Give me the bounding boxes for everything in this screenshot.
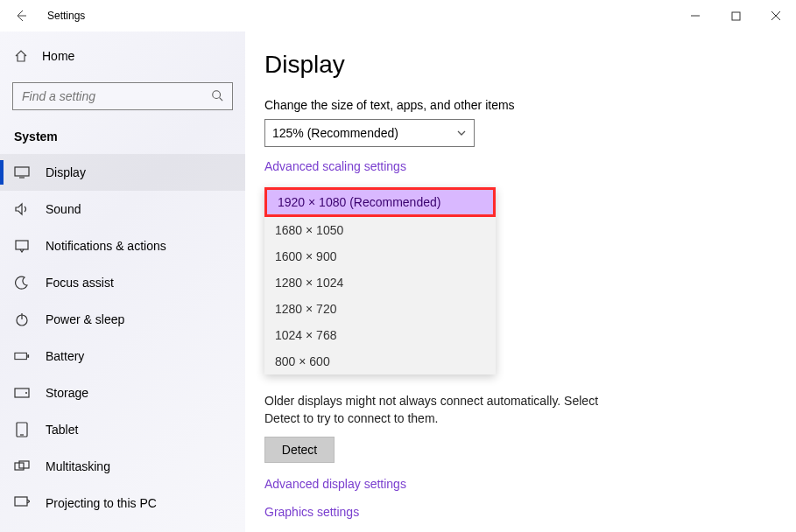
resolution-dropdown[interactable]: 1920 × 1080 (Recommended) 1680 × 1050 16… [264, 187, 496, 374]
sidebar-item-power-sleep[interactable]: Power & sleep [0, 301, 245, 338]
sidebar-item-label: Power & sleep [46, 312, 124, 326]
back-button[interactable] [0, 0, 42, 32]
sidebar-item-label: Focus assist [46, 276, 114, 290]
display-icon [14, 164, 30, 180]
arrow-left-icon [14, 9, 28, 23]
close-icon [771, 10, 781, 21]
sidebar-item-label: Battery [46, 349, 84, 363]
window-controls [675, 2, 796, 30]
moon-icon [14, 275, 30, 290]
minimize-button[interactable] [675, 2, 715, 30]
resolution-option[interactable]: 800 × 600 [264, 348, 496, 374]
sidebar-item-display[interactable]: Display [0, 154, 245, 191]
home-label: Home [42, 49, 74, 63]
maximize-icon [731, 11, 741, 21]
sidebar-item-label: Notifications & actions [46, 239, 166, 253]
sidebar-item-label: Projecting to this PC [46, 496, 157, 510]
svg-rect-6 [15, 167, 29, 176]
sidebar-item-notifications[interactable]: Notifications & actions [0, 228, 245, 264]
sidebar-item-label: Sound [46, 202, 81, 216]
resolution-option[interactable]: 1280 × 720 [264, 296, 496, 322]
resolution-option[interactable]: 1600 × 900 [264, 243, 496, 270]
scale-combo[interactable]: 125% (Recommended) [264, 119, 475, 147]
sidebar-item-focus-assist[interactable]: Focus assist [0, 264, 245, 301]
resolution-option-selected[interactable]: 1920 × 1080 (Recommended) [264, 187, 496, 217]
sidebar-item-sound[interactable]: Sound [0, 191, 245, 228]
sound-icon [14, 201, 30, 217]
sidebar-item-home[interactable]: Home [0, 38, 245, 74]
search-field[interactable] [20, 88, 211, 104]
sidebar-item-label: Tablet [46, 423, 78, 437]
scale-value: 125% (Recommended) [272, 126, 398, 140]
svg-line-5 [220, 98, 223, 102]
search-input[interactable] [12, 82, 233, 110]
svg-rect-19 [15, 497, 27, 506]
power-icon [14, 312, 30, 327]
svg-point-14 [25, 392, 27, 394]
detect-label: Detect [282, 443, 317, 457]
sidebar-section-label: System [0, 117, 245, 149]
svg-rect-8 [16, 241, 28, 249]
notifications-icon [14, 238, 30, 254]
storage-icon [14, 385, 30, 401]
sidebar-item-projecting[interactable]: Projecting to this PC [0, 485, 245, 522]
titlebar: Settings [0, 0, 796, 32]
sidebar-item-multitasking[interactable]: Multitasking [0, 448, 245, 485]
window-title: Settings [47, 10, 85, 22]
sidebar-item-label: Display [46, 165, 86, 179]
tablet-icon [14, 422, 30, 438]
scale-label: Change the size of text, apps, and other… [264, 98, 777, 112]
sidebar-item-label: Multitasking [46, 459, 110, 473]
svg-rect-1 [732, 12, 740, 20]
search-icon [211, 89, 225, 103]
minimize-icon [690, 10, 701, 21]
graphics-settings-link[interactable]: Graphics settings [264, 505, 359, 519]
home-icon [14, 49, 28, 63]
close-button[interactable] [756, 2, 796, 30]
project-icon [14, 495, 30, 511]
svg-rect-11 [15, 353, 27, 359]
detect-button[interactable]: Detect [264, 437, 335, 463]
sidebar-item-tablet[interactable]: Tablet [0, 411, 245, 448]
battery-icon [14, 348, 30, 364]
maximize-button[interactable] [715, 2, 756, 30]
chevron-down-icon [456, 128, 467, 138]
main-content: Display Change the size of text, apps, a… [245, 32, 796, 532]
sidebar: Home System Display Sound Notification [0, 32, 245, 532]
svg-point-4 [213, 91, 221, 99]
svg-rect-12 [27, 354, 29, 358]
older-displays-text: Older displays might not always connect … [264, 392, 632, 428]
multitask-icon [14, 458, 30, 474]
resolution-option[interactable]: 1680 × 1050 [264, 217, 496, 243]
page-title: Display [264, 51, 777, 79]
resolution-option[interactable]: 1024 × 768 [264, 322, 496, 348]
advanced-display-link[interactable]: Advanced display settings [264, 477, 406, 491]
sidebar-nav: Display Sound Notifications & actions Fo… [0, 154, 245, 522]
sidebar-item-storage[interactable]: Storage [0, 374, 245, 411]
sidebar-item-battery[interactable]: Battery [0, 338, 245, 374]
advanced-scaling-link[interactable]: Advanced scaling settings [264, 159, 406, 173]
sidebar-item-label: Storage [46, 386, 88, 400]
resolution-option[interactable]: 1280 × 1024 [264, 270, 496, 296]
